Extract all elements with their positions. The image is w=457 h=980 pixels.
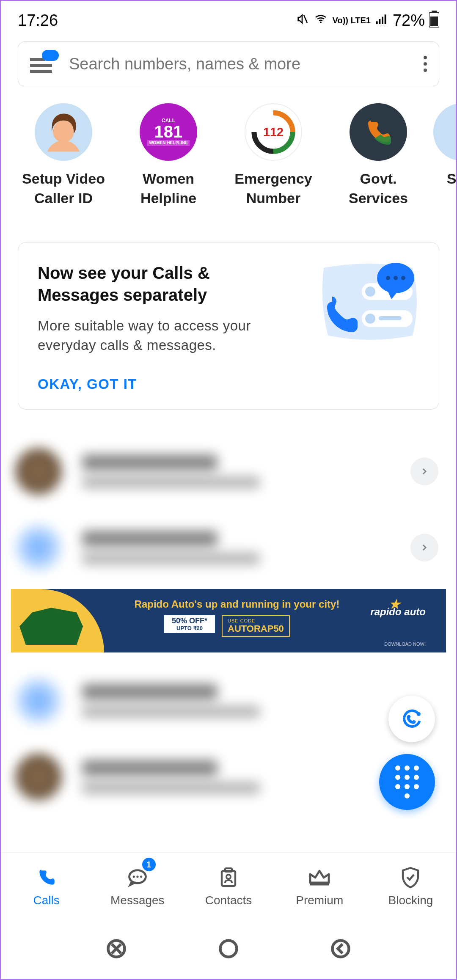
svg-rect-3 <box>382 17 383 24</box>
info-subtitle: More suitable way to access your everyda… <box>38 316 275 355</box>
ad-fineprint: DOWNLOAD NOW! <box>384 641 426 647</box>
crown-icon <box>308 866 331 889</box>
nav-calls[interactable]: Calls <box>1 853 92 920</box>
svg-point-22 <box>136 875 138 878</box>
shortcut-emergency-number[interactable]: 112 Emergency Number <box>223 103 324 208</box>
info-card: Now see your Calls & Messages separately… <box>18 242 439 410</box>
dialpad-icon <box>395 765 419 798</box>
okay-got-it-button[interactable]: OKAY, GOT IT <box>38 376 419 392</box>
svg-rect-2 <box>379 19 380 24</box>
nav-premium[interactable]: Premium <box>274 853 365 920</box>
svg-point-26 <box>226 875 231 879</box>
shortcut-video-caller-id[interactable]: Setup Video Caller ID <box>13 103 114 208</box>
ad-offer: 50% OFF*UPTO ₹20 <box>164 615 215 633</box>
shortcut-label: Govt. Services <box>349 169 408 208</box>
recents-button[interactable] <box>105 938 127 961</box>
phone-icon <box>36 866 57 889</box>
info-title: Now see your Calls & Messages separately <box>38 262 275 306</box>
mute-icon <box>295 12 309 29</box>
svg-point-0 <box>320 22 322 23</box>
partial-circle <box>433 103 456 161</box>
nav-contacts[interactable]: Contacts <box>183 853 274 920</box>
svg-point-18 <box>401 276 405 280</box>
wifi-icon <box>313 12 328 29</box>
svg-point-16 <box>386 276 390 280</box>
helpline-icon: CALL 181 WOMEN HELPLINE <box>140 103 197 161</box>
menu-icon[interactable] <box>30 53 55 74</box>
battery-percent: 72% <box>393 11 425 30</box>
svg-point-13 <box>365 314 375 324</box>
more-icon[interactable] <box>424 56 427 72</box>
svg-rect-4 <box>385 14 386 24</box>
ad-brand: rapido auto <box>370 606 426 618</box>
svg-point-11 <box>365 286 375 297</box>
network-label: Vo)) LTE1 <box>333 17 371 24</box>
contact-avatar <box>15 524 62 571</box>
shortcut-label: Sha <box>447 169 456 189</box>
system-nav <box>1 920 456 979</box>
search-input[interactable] <box>69 55 424 73</box>
back-button[interactable] <box>330 938 352 961</box>
phone-refresh-icon <box>400 707 424 731</box>
contacts-icon <box>218 866 239 889</box>
battery-icon <box>429 11 439 30</box>
svg-point-23 <box>140 875 142 878</box>
ad-banner[interactable]: Rapido Auto's up and running in your cit… <box>11 589 446 652</box>
chevron-right-icon[interactable] <box>410 457 438 485</box>
nav-blocking[interactable]: Blocking <box>365 853 456 920</box>
badge: 1 <box>142 858 156 871</box>
shield-icon <box>400 866 421 889</box>
svg-rect-14 <box>379 316 402 320</box>
call-item[interactable] <box>1 509 456 586</box>
svg-text:112: 112 <box>263 125 284 139</box>
svg-point-21 <box>133 875 135 878</box>
ad-code: USE CODEAUTORAP50 <box>222 615 290 637</box>
fab-refresh[interactable] <box>388 696 435 742</box>
svg-point-29 <box>333 941 349 957</box>
call-item[interactable] <box>1 663 456 739</box>
bottom-nav: Calls 1 Messages Contacts Premium Blocki… <box>1 852 456 920</box>
search-bar[interactable] <box>18 41 439 86</box>
nav-label: Calls <box>33 894 59 907</box>
call-list[interactable] <box>1 433 456 586</box>
calls-messages-graphic <box>315 259 425 348</box>
shortcut-partial[interactable]: Sha <box>432 103 456 208</box>
svg-point-17 <box>394 276 398 280</box>
svg-point-28 <box>220 941 237 957</box>
contact-avatar <box>15 754 62 800</box>
avatar-icon <box>35 103 92 161</box>
notification-dot-icon <box>42 50 59 61</box>
chevron-right-icon[interactable] <box>410 534 438 562</box>
phone-icon <box>350 103 407 161</box>
nav-messages[interactable]: 1 Messages <box>92 853 183 920</box>
shortcut-label: Women Helpline <box>140 169 196 208</box>
nav-label: Blocking <box>388 894 433 907</box>
nav-label: Messages <box>110 894 165 907</box>
fab-dialpad[interactable] <box>379 754 435 810</box>
shortcut-label: Setup Video Caller ID <box>22 169 105 208</box>
nav-label: Contacts <box>205 894 252 907</box>
status-time: 17:26 <box>18 11 58 30</box>
shortcut-govt-services[interactable]: Govt. Services <box>328 103 429 208</box>
nav-label: Premium <box>296 894 343 907</box>
shortcut-label: Emergency Number <box>234 169 312 208</box>
shortcut-women-helpline[interactable]: CALL 181 WOMEN HELPLINE Women Helpline <box>118 103 219 208</box>
home-button[interactable] <box>217 938 240 961</box>
shortcuts-row[interactable]: Setup Video Caller ID CALL 181 WOMEN HEL… <box>1 86 456 208</box>
svg-rect-1 <box>376 21 378 24</box>
contact-avatar <box>15 448 62 495</box>
status-bar: 17:26 Vo)) LTE1 72% <box>1 1 456 35</box>
emergency-icon: 112 <box>245 103 302 161</box>
ad-headline: Rapido Auto's up and running in your cit… <box>113 598 361 610</box>
svg-point-19 <box>417 712 421 716</box>
svg-rect-7 <box>430 17 438 26</box>
call-item[interactable] <box>1 433 456 509</box>
contact-avatar <box>15 677 62 724</box>
status-right: Vo)) LTE1 72% <box>295 11 439 30</box>
signal-icon <box>375 12 388 29</box>
